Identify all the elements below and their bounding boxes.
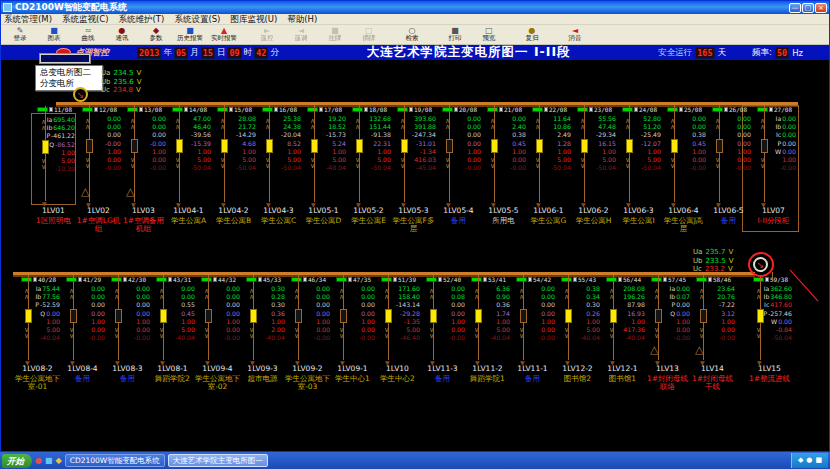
tray-icon-1[interactable]: ●	[806, 453, 812, 468]
voltage-phase-label: Uc	[101, 86, 110, 95]
quick-launch-3-icon[interactable]: ◆	[56, 454, 62, 468]
cubicle-indicator-1LV12-2[interactable]: 55/43	[555, 275, 600, 283]
cubicle-indicator-1LV03[interactable]: 13/08	[121, 105, 166, 113]
cubicle-indicator-1LV14[interactable]: 58/46	[690, 275, 735, 283]
menu-item-1[interactable]: 系统监视(C)	[62, 14, 109, 25]
cubicle-indicator-1LV11-2[interactable]: 53/41	[465, 275, 510, 283]
minimize-button[interactable]: —	[789, 3, 801, 13]
wire-end-icon: ▼	[131, 201, 136, 208]
cubicle-indicator-1LV06-5[interactable]: 26/08	[706, 105, 751, 113]
cubicle-indicator-1LV06-1[interactable]: 22/08	[526, 105, 571, 113]
mute-button[interactable]: ◄消音	[558, 26, 592, 42]
cubicle-indicator-1LV15[interactable]: 59/38	[747, 275, 792, 283]
cubicle-indicator-1LV08-4[interactable]: 41/29	[60, 275, 105, 283]
cubicle-indicator-1LV05-3[interactable]: 19/08	[391, 105, 436, 113]
chart-button[interactable]: ■图表	[37, 26, 71, 42]
cubicle-indicator-1LV09-2[interactable]: 46/34	[285, 275, 330, 283]
quick-launch-2-icon[interactable]: ■	[45, 454, 53, 468]
value: -0.00	[150, 140, 166, 148]
tray-icon-0[interactable]: ◆	[798, 453, 803, 468]
cubicle-indicator-1LV06-2[interactable]: 23/08	[571, 105, 616, 113]
value-row: -0.00	[435, 334, 465, 342]
task-button-0[interactable]: CD2100W智能变配电系统	[65, 454, 165, 467]
search-button[interactable]: ○检索	[395, 26, 429, 42]
cubicle-indicator-1LV08-3[interactable]: 42/30	[105, 275, 150, 283]
value: 55.56	[598, 115, 616, 123]
cubicle-indicator-1LV06-3[interactable]: 24/08	[616, 105, 661, 113]
wire-end-icon: ▼	[25, 359, 30, 366]
value: 1.00	[107, 148, 121, 156]
bay-1LV06-2: 23/08∧ ∧∨ ∨▼55.5647.48-29.3416.151.005.0…	[571, 105, 616, 233]
start-button[interactable]: 开始	[2, 454, 32, 468]
value: 0.55	[181, 301, 195, 309]
param-button[interactable]: ◆参数	[139, 26, 173, 42]
disconnector-up-icon: ∧ ∧	[220, 118, 225, 130]
cubicle-indicator-1LV11-3[interactable]: 52/40	[420, 275, 465, 283]
realtime-alarm-button[interactable]: ▲实时报警	[207, 26, 241, 42]
cubicle-indicator-1LV04-3[interactable]: 16/08	[256, 105, 301, 113]
cubicle-indicator-1LV02[interactable]: 12/08	[76, 105, 121, 113]
menu-item-2[interactable]: 系统维护(T)	[119, 14, 165, 25]
cubicle-indicator-1LV08-1[interactable]: 43/31	[150, 275, 195, 283]
cubicle-indicator-1LV05-2[interactable]: 18/08	[346, 105, 391, 113]
bay-diagram: ∧ ∧∨ ∨△▼23.6420.76-7.223.121.000.00-0.00	[690, 283, 735, 363]
incoming-source-icon[interactable]: ↘	[73, 87, 88, 102]
cubicle-indicator-1LV05-4[interactable]: 20/08	[436, 105, 481, 113]
value-row: 1.28	[541, 140, 571, 148]
disconnector-down-icon: ∨ ∨	[715, 157, 720, 169]
cubicle-indicator-1LV09-3[interactable]: 45/33	[240, 275, 285, 283]
value: 0.45	[512, 140, 526, 148]
value: 6.36	[496, 285, 510, 293]
history-alarm-button[interactable]: ■历史报警	[173, 26, 207, 42]
cubicle-indicator-1LV07[interactable]: 27/08	[751, 105, 796, 113]
cubicle-indicator-1LV01[interactable]: 11/08	[31, 105, 76, 113]
cubicle-indicator-1LV09-1[interactable]: 47/35	[330, 275, 375, 283]
titlebar[interactable]: CD2100W智能变配电系统 —□×	[1, 1, 829, 14]
quick-launch-1-icon[interactable]: ●	[35, 454, 42, 468]
comm-button[interactable]: ●通讯	[105, 26, 139, 42]
value-row: 416.03	[406, 156, 436, 164]
print-button[interactable]: ■打印	[438, 26, 472, 42]
value-row: -0.00	[525, 334, 555, 342]
task-button-1[interactable]: 大连艺术学院主变电所图一	[168, 454, 268, 467]
cubicle-indicator-1LV12-1[interactable]: 56/44	[600, 275, 645, 283]
value-row: 0.00	[721, 131, 751, 139]
cubicle-indicator-1LV04-1[interactable]: 14/08	[166, 105, 211, 113]
disconnector-up-icon: ∧ ∧	[474, 288, 479, 300]
value: 47.00	[193, 115, 211, 123]
cubicle-led	[679, 107, 683, 112]
cubicle-indicator-1LV10[interactable]: 51/39	[375, 275, 420, 283]
reset-button[interactable]: ●复归	[515, 26, 549, 42]
cubicle-indicator-1LV13[interactable]: 57/45	[645, 275, 690, 283]
value: -0.00	[465, 164, 481, 172]
menu-item-5[interactable]: 帮助(H)	[287, 14, 317, 25]
menu-item-3[interactable]: 系统设置(S)	[174, 14, 220, 25]
value-prefix: P	[46, 132, 50, 140]
popup-item-sub-substation[interactable]: 分变电所	[36, 78, 102, 89]
value-row: -31.01	[406, 140, 436, 148]
voltage-phase-label: Ua	[693, 248, 702, 257]
preview-button[interactable]: □预览	[472, 26, 506, 42]
maximize-button[interactable]: □	[802, 3, 814, 13]
cubicle-led	[319, 107, 323, 112]
tray-icon-2[interactable]: ■	[815, 453, 822, 468]
cubicle-indicator-1LV08-2[interactable]: 40/28	[15, 275, 60, 283]
bay-values: 0.000.000.000.001.000.00-0.00	[345, 285, 375, 342]
menu-item-0[interactable]: 系统管理(M)	[4, 14, 52, 25]
cubicle-indicator-1LV11-1[interactable]: 54/42	[510, 275, 555, 283]
login-button[interactable]: ✎登录	[3, 26, 37, 42]
popup-item-substation-2[interactable]: 总变电所图二	[36, 67, 102, 78]
cubicle-indicator-1LV06-4[interactable]: 25/08	[661, 105, 706, 113]
curve-button[interactable]: ≈曲线	[71, 26, 105, 42]
cubicle-indicator-1LV09-4[interactable]: 44/32	[195, 275, 240, 283]
cubicle-id: 55/43	[578, 276, 596, 283]
cubicle-id: 46/34	[308, 276, 326, 283]
cubicle-indicator-1LV05-5[interactable]: 21/08	[481, 105, 526, 113]
bay-1LV12-2: 55/43∧ ∧∨ ∨▼0.380.340.300.261.005.00-40.…	[555, 275, 600, 391]
close-button[interactable]: ×	[815, 3, 827, 13]
bay-label: 1LV05-2	[346, 207, 391, 215]
cubicle-indicator-1LV05-1[interactable]: 17/08	[301, 105, 346, 113]
menu-item-4[interactable]: 图库监视(U)	[230, 14, 277, 25]
value: 1.00	[226, 318, 240, 326]
cubicle-indicator-1LV04-2[interactable]: 15/08	[211, 105, 256, 113]
